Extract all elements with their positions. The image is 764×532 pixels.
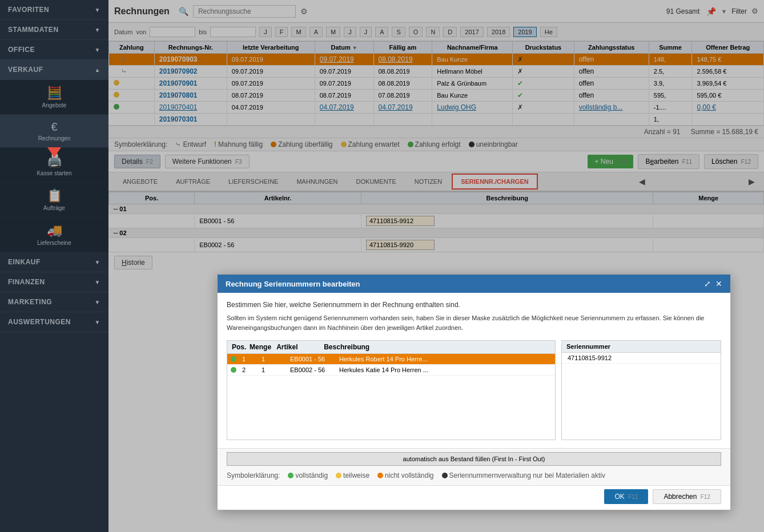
modal-cancel-button[interactable]: Abbrechen F12 xyxy=(653,489,721,504)
modal-row-pos: 2 xyxy=(240,366,256,373)
modal-row-pos: 1 xyxy=(240,356,256,362)
modal-serial-value: 47110815-9912 xyxy=(565,354,717,361)
modal-sym-verwaltung: Seriennummernverwaltung nur bei Material… xyxy=(442,471,605,479)
modal-row-beschreibung: Herkules Robert 14 Pro Herre... xyxy=(337,356,552,362)
modal-right-table-header: Seriennummer xyxy=(562,341,721,353)
modal-desc2: Sollten im System nicht genügend Serienn… xyxy=(227,313,721,332)
modal-sym-vollstaendig: vollständig xyxy=(288,471,328,479)
modal-left-table-body: 1 1 EB0001 - 56 Herkules Robert 14 Pro H… xyxy=(227,354,555,440)
modal-overlay: Rechnung Seriennummern bearbeiten ⤢ ✕ Be… xyxy=(0,0,764,532)
modal-row-artikel: EB0002 - 56 xyxy=(288,366,333,373)
modal-verwaltung-icon xyxy=(442,473,448,478)
modal-row-menge: 1 xyxy=(259,366,284,373)
modal-footer: automatisch aus Bestand füllen (First In… xyxy=(218,448,730,485)
modal-row-artikel: EB0001 - 56 xyxy=(288,356,333,362)
modal-symbol-bar: Symbolerklärung: vollständig teilweise n… xyxy=(227,469,721,482)
modal-action-buttons: OK F11 Abbrechen F12 xyxy=(218,485,730,510)
modal-ok-button[interactable]: OK F11 xyxy=(604,489,648,504)
modal-body: Bestimmen Sie hier, welche Seriennummern… xyxy=(218,293,730,448)
modal-title: Rechnung Seriennummern bearbeiten xyxy=(226,280,360,288)
modal-cancel-key: F12 xyxy=(701,494,710,500)
modal-left-row[interactable]: 2 1 EB0002 - 56 Herkules Katie 14 Pro He… xyxy=(227,365,555,376)
modal-sym-teilweise: teilweise xyxy=(336,471,369,479)
modal-nicht-vollstaendig-icon xyxy=(377,473,383,478)
modal-row-beschreibung: Herkules Katie 14 Pro Herren ... xyxy=(337,366,552,373)
modal-sym-label: Symbolerklärung: xyxy=(227,471,280,479)
modal-ok-key: F11 xyxy=(628,494,638,500)
modal-left-table-header: Pos. Menge Artikel Beschreibung xyxy=(227,341,555,354)
modal-row-dot xyxy=(231,367,236,373)
modal-header-buttons: ⤢ ✕ xyxy=(704,279,722,288)
modal-teilweise-icon xyxy=(336,473,341,478)
modal-expand-button[interactable]: ⤢ xyxy=(704,279,711,288)
modal-vollstaendig-icon xyxy=(288,473,293,478)
modal-auto-fill-button[interactable]: automatisch aus Bestand füllen (First In… xyxy=(227,452,721,466)
modal-sym-nicht-vollstaendig: nicht vollständig xyxy=(377,471,433,479)
modal-right-table: Seriennummer 47110815-9912 xyxy=(561,340,721,440)
modal-header: Rechnung Seriennummern bearbeiten ⤢ ✕ xyxy=(218,275,730,293)
modal-dialog: Rechnung Seriennummern bearbeiten ⤢ ✕ Be… xyxy=(217,274,731,510)
modal-tables: Pos. Menge Artikel Beschreibung 1 1 EB00… xyxy=(227,340,721,440)
modal-right-table-body: 47110815-9912 xyxy=(562,353,721,438)
modal-row-menge: 1 xyxy=(259,356,284,362)
modal-close-button[interactable]: ✕ xyxy=(715,279,722,288)
modal-desc1: Bestimmen Sie hier, welche Seriennummern… xyxy=(227,301,721,309)
modal-left-table: Pos. Menge Artikel Beschreibung 1 1 EB00… xyxy=(227,340,556,440)
modal-left-row[interactable]: 1 1 EB0001 - 56 Herkules Robert 14 Pro H… xyxy=(227,354,555,365)
modal-right-row: 47110815-9912 xyxy=(562,353,721,364)
modal-row-dot xyxy=(231,356,236,362)
